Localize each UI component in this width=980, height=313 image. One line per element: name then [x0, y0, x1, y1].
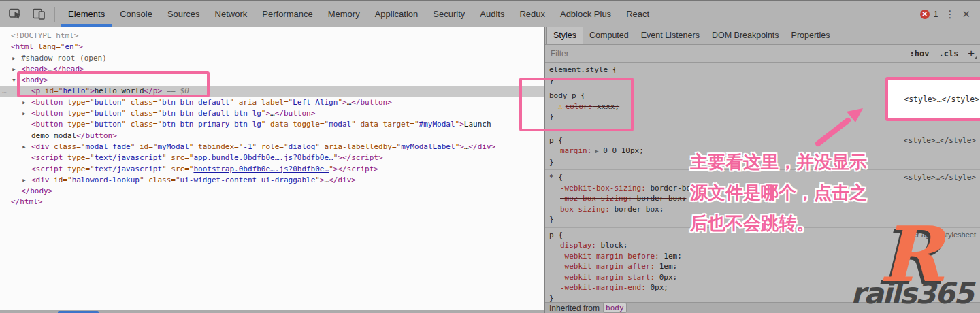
- dom-node-line[interactable]: ▶<button type="button" class="btn btn-de…: [0, 97, 544, 108]
- code-segment: demo modal: [31, 131, 76, 140]
- code-segment: ": [329, 165, 333, 174]
- code-segment: …: [464, 142, 469, 151]
- code-segment: button: [95, 109, 122, 118]
- code-segment: </button>: [76, 131, 117, 140]
- collapse-arrow-icon[interactable]: ▼: [12, 76, 15, 86]
- code-segment: class=": [126, 109, 162, 118]
- overflow-ellipsis-marker: …: [2, 86, 7, 97]
- property-value: 1em;: [655, 262, 677, 271]
- tab-security[interactable]: Security: [425, 2, 472, 27]
- tab-console[interactable]: Console: [112, 2, 160, 27]
- expand-arrow-icon[interactable]: ▶: [22, 142, 25, 152]
- code-segment: myModal: [157, 142, 189, 151]
- new-style-rule-button[interactable]: +: [968, 47, 975, 60]
- expand-arrow-icon[interactable]: ▶: [22, 176, 25, 186]
- code-segment: <button: [31, 109, 63, 118]
- property-name: -webkit-box-sizing:: [560, 184, 646, 193]
- toggle-classes-button[interactable]: .cls: [938, 49, 958, 59]
- code-segment: type=": [63, 120, 94, 129]
- dom-node-line[interactable]: ▶#shadow-root (open): [0, 53, 544, 64]
- style-source-label: <style>…</style>: [904, 95, 979, 104]
- code-segment: myModalLabel: [401, 142, 455, 151]
- styles-tab-properties[interactable]: Properties: [785, 27, 836, 44]
- inspect-element-icon[interactable]: [8, 7, 23, 21]
- code-segment: ": [162, 153, 167, 162]
- dom-node-line[interactable]: ▶<button type="button" class="btn btn-de…: [0, 108, 544, 119]
- property-value: 0px;: [646, 283, 668, 292]
- code-segment: ": [140, 176, 144, 184]
- tab-memory[interactable]: Memory: [321, 2, 368, 27]
- rule-selector[interactable]: p {: [549, 136, 563, 145]
- annotation-note-line: 源文件是哪个，点击之: [690, 178, 867, 208]
- tab-elements[interactable]: Elements: [61, 2, 112, 27]
- code-segment: -1: [243, 142, 252, 151]
- inherited-node-link[interactable]: body: [603, 303, 627, 313]
- code-segment: aria-label=": [234, 98, 293, 107]
- horizontal-scrollbar[interactable]: [0, 310, 544, 313]
- styles-tab-computed[interactable]: Computed: [583, 27, 635, 44]
- more-options-icon[interactable]: ⋮: [945, 8, 955, 20]
- styles-tab-dom-breakpoints[interactable]: DOM Breakpoints: [706, 27, 785, 44]
- toolbar-right: ✕ 1 ⋮ ✕: [920, 8, 980, 20]
- devtools-window: ElementsConsoleSourcesNetworkPerformance…: [0, 0, 980, 313]
- tab-adblock-plus[interactable]: Adblock Plus: [553, 2, 619, 27]
- annotation-box-style-source: <style>…</style>: [885, 77, 980, 121]
- dom-node-line[interactable]: <!DOCTYPE html>: [0, 31, 544, 42]
- code-segment: #myModal: [419, 120, 455, 129]
- tab-redux[interactable]: Redux: [512, 2, 553, 27]
- property-value: border-box;: [610, 205, 664, 214]
- tab-performance[interactable]: Performance: [255, 2, 320, 27]
- property-name: -webkit-margin-start:: [560, 273, 655, 282]
- dom-node-line[interactable]: <html lang="en">: [0, 42, 544, 52]
- expand-arrow-icon[interactable]: ▶: [22, 98, 25, 108]
- code-segment: Left Align: [293, 98, 338, 107]
- dom-node-line[interactable]: </html>: [0, 197, 544, 208]
- dom-tree: <!DOCTYPE html><html lang="en">▶#shadow-…: [0, 27, 544, 208]
- dom-node-line[interactable]: ▶<div id="haloword-lookup" class="ui-wid…: [0, 175, 544, 186]
- code-segment: src=": [167, 165, 194, 174]
- code-segment: text/javascript: [95, 153, 162, 162]
- expand-arrow-icon[interactable]: ▶: [12, 65, 15, 75]
- tab-application[interactable]: Application: [368, 2, 426, 27]
- rule-selector[interactable]: * {: [549, 173, 563, 182]
- code-segment: btn btn-default btn-lg: [162, 109, 261, 118]
- error-badge-icon[interactable]: ✕: [920, 10, 930, 19]
- expand-value-icon[interactable]: ▶: [591, 148, 598, 154]
- tab-react[interactable]: React: [619, 2, 657, 27]
- dom-node-line[interactable]: ▶<div class="modal fade" id="myModal" ta…: [0, 142, 544, 152]
- code-segment: <script: [31, 153, 63, 162]
- expand-arrow-icon[interactable]: ▶: [22, 109, 25, 119]
- dom-node-line[interactable]: <script type="text/javascript" src="app.…: [0, 152, 544, 163]
- dom-node-line[interactable]: </body>: [0, 186, 544, 197]
- rule-source-link[interactable]: <style>…</style>: [904, 172, 976, 183]
- tab-audits[interactable]: Audits: [472, 2, 512, 27]
- code-segment: >: [459, 120, 464, 129]
- filter-input[interactable]: Filter: [551, 49, 569, 59]
- code-segment: type=": [63, 98, 94, 107]
- annotation-box-css-rule: [519, 78, 634, 131]
- styles-tab-styles[interactable]: Styles: [546, 27, 583, 44]
- expand-arrow-icon[interactable]: ▶: [12, 53, 15, 63]
- code-segment: >: [78, 42, 83, 51]
- property-value: block;: [596, 241, 627, 250]
- tab-sources[interactable]: Sources: [160, 2, 208, 27]
- dom-node-line[interactable]: <button type="button" class="btn btn-pri…: [0, 119, 544, 130]
- rule-selector[interactable]: element.style {: [549, 65, 617, 74]
- rails365-logo-text: rails365: [851, 276, 973, 310]
- dom-node-line[interactable]: <script type="text/javascript" src="boot…: [0, 164, 544, 175]
- code-segment: <div: [31, 142, 50, 151]
- tab-network[interactable]: Network: [208, 2, 255, 27]
- dom-node-line[interactable]: demo modal</button>: [0, 131, 544, 142]
- styles-tab-event-listeners[interactable]: Event Listeners: [635, 27, 706, 44]
- code-segment: <script: [31, 165, 63, 174]
- close-icon[interactable]: ✕: [962, 8, 970, 20]
- toggle-hover-state-button[interactable]: :hov: [910, 49, 930, 59]
- device-toolbar-icon[interactable]: [31, 7, 46, 21]
- error-count: 1: [934, 10, 938, 19]
- rule-source-link[interactable]: <style>…</style>: [904, 135, 976, 146]
- code-segment: </html>: [11, 197, 42, 206]
- property-value: 1em;: [659, 252, 682, 261]
- code-segment: class=": [126, 98, 162, 107]
- code-segment: >: [459, 142, 464, 151]
- rule-selector[interactable]: p {: [549, 231, 563, 240]
